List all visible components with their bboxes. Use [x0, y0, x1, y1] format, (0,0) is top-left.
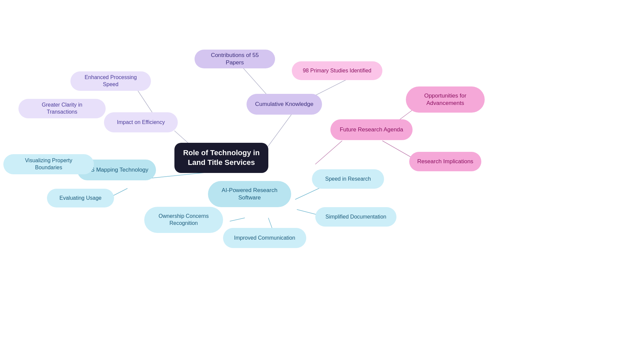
svg-line-15	[230, 218, 245, 221]
future-research-node: Future Research Agenda	[330, 119, 413, 140]
opportunities-node: Opportunities for Advancements	[406, 86, 485, 113]
speed-research-node: Speed in Research	[312, 169, 384, 189]
center-node: Role of Technology in Land Title Service…	[174, 143, 268, 173]
contributions-node: Contributions of 55 Papers	[195, 50, 275, 68]
primary-studies-node: 98 Primary Studies Identified	[292, 61, 382, 80]
enhanced-processing-node: Enhanced Processing Speed	[70, 71, 151, 91]
improved-communication-node: Improved Communication	[223, 228, 306, 248]
greater-clarity-node: Greater Clarity in Transactions	[18, 99, 106, 118]
impact-efficiency-node: Impact on Efficiency	[104, 112, 178, 132]
cumulative-knowledge-node: Cumulative Knowledge	[247, 94, 322, 115]
ownership-concerns-node: Ownership Concerns Recognition	[144, 207, 223, 233]
simplified-docs-node: Simplified Documentation	[315, 207, 396, 227]
ai-powered-node: AI-Powered Research Software	[208, 181, 291, 207]
evaluating-usage-node: Evaluating Usage	[47, 189, 114, 207]
research-implications-node: Research Implications	[409, 152, 481, 171]
visualizing-node: Visualizing Property Boundaries	[3, 154, 94, 174]
svg-line-6	[315, 141, 342, 164]
